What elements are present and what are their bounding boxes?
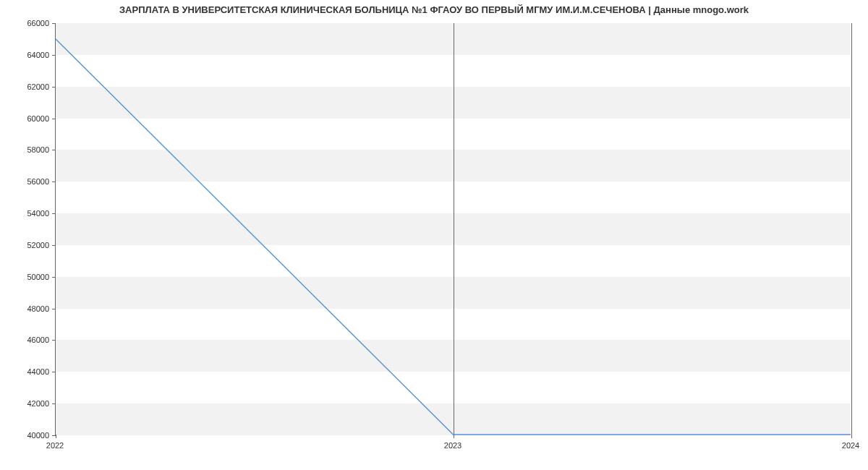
grid-line-vertical xyxy=(851,23,852,435)
y-tick-label: 50000 xyxy=(27,273,49,281)
y-tick-mark xyxy=(52,372,56,372)
y-tick-mark xyxy=(52,245,56,246)
y-tick-label: 64000 xyxy=(27,51,49,59)
y-tick-label: 58000 xyxy=(27,145,49,154)
plot-area xyxy=(55,23,851,435)
y-tick-mark xyxy=(52,277,56,278)
data-line xyxy=(56,39,851,435)
x-tick-mark xyxy=(454,435,454,438)
y-tick-label: 52000 xyxy=(27,241,49,249)
x-tick-label: 2024 xyxy=(842,441,859,450)
y-tick-mark xyxy=(52,23,56,24)
y-tick-mark xyxy=(52,340,56,341)
y-tick-label: 60000 xyxy=(27,114,49,123)
y-tick-label: 44000 xyxy=(27,367,49,376)
y-tick-mark xyxy=(52,181,56,182)
line-series xyxy=(56,23,851,435)
y-tick-label: 56000 xyxy=(27,177,49,186)
y-tick-label: 48000 xyxy=(27,304,49,313)
y-tick-mark xyxy=(52,213,56,214)
chart-title: ЗАРПЛАТА В УНИВЕРСИТЕТСКАЯ КЛИНИЧЕСКАЯ Б… xyxy=(0,4,868,15)
y-tick-mark xyxy=(52,403,56,404)
y-tick-label: 54000 xyxy=(27,209,49,218)
y-tick-mark xyxy=(52,150,56,150)
y-tick-label: 40000 xyxy=(27,431,49,440)
x-tick-label: 2023 xyxy=(444,441,461,450)
y-tick-mark xyxy=(52,119,56,119)
y-tick-label: 62000 xyxy=(27,82,49,91)
y-tick-mark xyxy=(52,309,56,309)
x-tick-mark xyxy=(851,435,852,438)
y-tick-label: 42000 xyxy=(27,399,49,408)
y-tick-label: 66000 xyxy=(27,19,49,27)
x-tick-mark xyxy=(56,435,56,438)
chart-container: ЗАРПЛАТА В УНИВЕРСИТЕТСКАЯ КЛИНИЧЕСКАЯ Б… xyxy=(0,0,868,470)
x-tick-label: 2022 xyxy=(46,441,64,450)
y-tick-mark xyxy=(52,55,56,56)
y-tick-label: 46000 xyxy=(27,336,49,344)
y-tick-mark xyxy=(52,87,56,87)
